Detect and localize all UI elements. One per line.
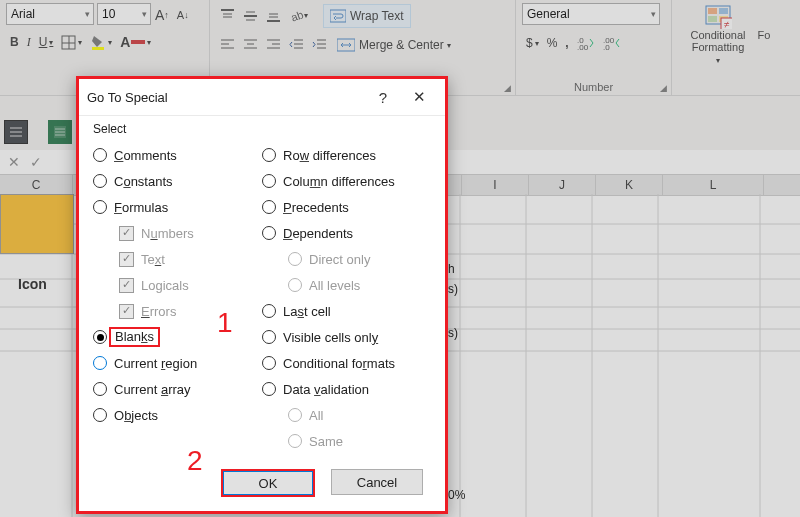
excel-icon[interactable] [48, 120, 72, 144]
comma-button[interactable]: , [562, 32, 571, 54]
annotation-2: 2 [187, 445, 203, 477]
svg-rect-15 [330, 10, 346, 22]
svg-text:≠: ≠ [724, 19, 730, 29]
italic-button[interactable]: I [24, 31, 34, 53]
align-right-icon[interactable] [263, 33, 284, 55]
wrap-text-button[interactable]: Wrap Text [323, 4, 411, 28]
svg-rect-37 [708, 8, 717, 14]
fill-color-button[interactable]: ▾ [87, 31, 115, 53]
align-center-icon[interactable] [240, 33, 261, 55]
svg-rect-4 [131, 40, 145, 44]
decrease-decimal-icon[interactable]: .00.0 [600, 32, 624, 54]
col-header[interactable]: C [0, 175, 73, 195]
number-format-combo[interactable]: General [522, 3, 660, 25]
radio-comments[interactable]: CCommentsomments [93, 142, 262, 168]
check-text: Text [93, 246, 262, 272]
currency-button[interactable]: $▾ [523, 32, 542, 54]
header-text: Icon [18, 276, 47, 292]
decrease-indent-icon[interactable] [286, 33, 307, 55]
check-errors: Errors [93, 298, 262, 324]
cancel-button[interactable]: Cancel [331, 469, 423, 495]
align-middle-icon[interactable] [240, 4, 261, 26]
svg-rect-39 [708, 16, 717, 22]
dialog-title: Go To Special [87, 90, 365, 105]
ok-button[interactable]: OK [221, 469, 315, 497]
enter-entry-icon[interactable]: ✓ [30, 154, 42, 170]
radio-column-differences[interactable]: Column differences [262, 168, 431, 194]
radio-same: Same [262, 428, 431, 454]
dialog-titlebar[interactable]: Go To Special ? ✕ [79, 79, 445, 116]
select-label: Select [93, 122, 431, 136]
radio-visible-cells[interactable]: Visible cells only [262, 324, 431, 350]
close-button[interactable]: ✕ [401, 88, 437, 106]
radio-all: All [262, 402, 431, 428]
col-header[interactable]: K [596, 175, 663, 195]
radio-current-array[interactable]: Current array [93, 376, 262, 402]
decrease-font-icon[interactable]: A↓ [174, 4, 192, 26]
radio-objects[interactable]: Objects [93, 402, 262, 428]
radio-last-cell[interactable]: Last cell [262, 298, 431, 324]
conditional-formatting-button[interactable]: ≠ Conditional Formatting ▾ [687, 4, 749, 66]
col-header[interactable]: J [529, 175, 596, 195]
svg-text:ab: ab [289, 8, 304, 23]
radio-dependents[interactable]: Dependents [262, 220, 431, 246]
radio-precedents[interactable]: Precedents [262, 194, 431, 220]
align-bottom-icon[interactable] [263, 4, 284, 26]
radio-row-differences[interactable]: Row differences [262, 142, 431, 168]
merge-center-button[interactable]: Merge & Center▾ [332, 33, 456, 57]
svg-text:.0: .0 [603, 43, 610, 50]
annotation-1: 1 [217, 307, 233, 339]
radio-formulas[interactable]: Formulas [93, 194, 262, 220]
dialog-launcher-icon[interactable]: ◢ [504, 83, 511, 93]
radio-direct-only: Direct only [262, 246, 431, 272]
svg-rect-3 [92, 47, 104, 50]
check-logicals: Logicals [93, 272, 262, 298]
radio-data-validation[interactable]: Data validation [262, 376, 431, 402]
increase-font-icon[interactable]: A↑ [152, 4, 172, 26]
conditional-formatting-icon: ≠ [704, 4, 732, 29]
radio-blanks[interactable]: Blanks [93, 324, 262, 350]
radio-conditional-formats[interactable]: Conditional formats [262, 350, 431, 376]
orientation-icon[interactable]: ab▾ [286, 4, 311, 26]
go-to-special-dialog: Go To Special ? ✕ Select CCommentsomment… [76, 76, 448, 514]
col-header[interactable]: L [663, 175, 764, 195]
number-group-label: Number◢ [522, 81, 665, 95]
percent-button[interactable]: % [544, 32, 561, 54]
align-left-icon[interactable] [217, 33, 238, 55]
underline-button[interactable]: U▾ [36, 31, 57, 53]
font-name-combo[interactable]: Arial [6, 3, 94, 25]
border-button[interactable]: ▾ [58, 31, 85, 53]
check-numbers: Numbers [93, 220, 262, 246]
header-cell[interactable] [0, 194, 74, 254]
font-color-button[interactable]: A▾ [117, 31, 154, 53]
col-header[interactable]: I [462, 175, 529, 195]
toolbar-dark-button[interactable] [4, 120, 28, 144]
align-top-icon[interactable] [217, 4, 238, 26]
svg-rect-38 [719, 8, 728, 14]
dialog-launcher-icon[interactable]: ◢ [660, 83, 667, 93]
radio-all-levels: All levels [262, 272, 431, 298]
font-size-combo[interactable]: 10 [97, 3, 151, 25]
radio-current-region[interactable]: Current region [93, 350, 262, 376]
increase-decimal-icon[interactable]: .0.00 [574, 32, 598, 54]
format-table-button[interactable]: Fo [751, 4, 777, 66]
cancel-entry-icon[interactable]: ✕ [8, 154, 20, 170]
svg-text:.00: .00 [577, 43, 589, 50]
increase-indent-icon[interactable] [309, 33, 330, 55]
help-button[interactable]: ? [365, 89, 401, 106]
bold-button[interactable]: B [7, 31, 22, 53]
radio-constants[interactable]: Constants [93, 168, 262, 194]
